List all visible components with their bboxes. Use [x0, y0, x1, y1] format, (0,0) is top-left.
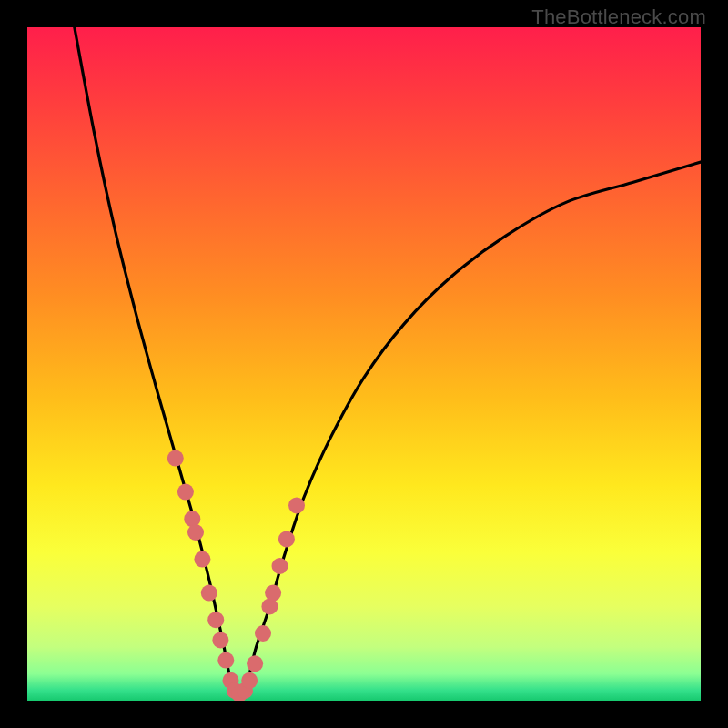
- highlighted-points: [167, 450, 305, 701]
- chart-frame: TheBottleneck.com: [0, 0, 728, 728]
- marker-point: [217, 652, 234, 669]
- marker-point: [247, 655, 263, 672]
- plot-area: [27, 27, 701, 701]
- marker-point: [201, 585, 217, 602]
- watermark-text: TheBottleneck.com: [531, 5, 706, 29]
- marker-point: [272, 558, 288, 574]
- marker-point: [288, 497, 305, 513]
- marker-point: [167, 450, 184, 467]
- marker-point: [278, 531, 295, 547]
- marker-point: [194, 551, 210, 568]
- marker-point: [265, 585, 281, 602]
- marker-point: [177, 484, 194, 500]
- marker-point: [187, 524, 204, 541]
- marker-point: [255, 625, 271, 642]
- marker-point: [207, 612, 224, 628]
- curve-layer: [27, 27, 701, 701]
- marker-point: [241, 672, 258, 689]
- bottleneck-curve: [75, 27, 701, 696]
- marker-point: [212, 632, 228, 648]
